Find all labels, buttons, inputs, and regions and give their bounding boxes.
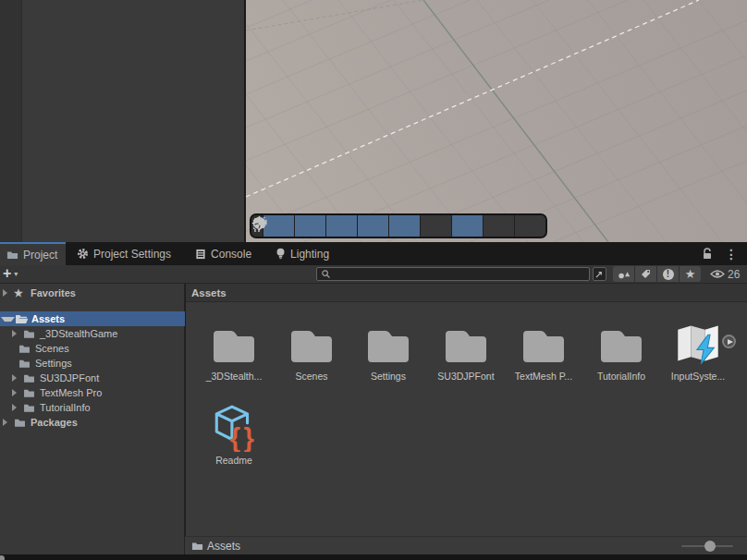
folder-icon — [6, 250, 18, 260]
scene-search-button[interactable] — [420, 215, 451, 237]
tree-item-tutorialinfo[interactable]: TutorialInfo — [0, 400, 185, 415]
foldout-arrow-icon[interactable] — [12, 389, 23, 396]
project-toolbar-row: + ▾ — [0, 265, 747, 284]
slider-knob[interactable] — [704, 541, 716, 552]
scene-visibility-button[interactable] — [388, 215, 420, 237]
left-gutter-panel — [0, 0, 22, 242]
tab-label: Lighting — [290, 248, 329, 261]
asset-item-readme[interactable]: { } Readme — [199, 401, 269, 466]
folder-icon — [599, 325, 643, 362]
foldout-arrow-icon[interactable] — [12, 374, 23, 382]
scene-grid — [246, 0, 747, 242]
tree-item-su3djpfont[interactable]: SU3DJPFont — [0, 371, 185, 385]
scene-lighting-button[interactable] — [357, 215, 388, 237]
asset-path-bar: Assets — [185, 536, 747, 554]
exclamation-icon: ! — [663, 269, 674, 280]
asset-grid[interactable]: _3DStealth... Scenes Settings SU3DJPFont — [186, 302, 747, 535]
console-icon — [195, 249, 206, 260]
open-in-window-icon — [595, 270, 604, 278]
scriptable-object-icon: { } — [212, 404, 256, 452]
search-by-type-button[interactable] — [613, 266, 635, 282]
search-filter-group: ! ★ — [613, 266, 701, 282]
foldout-arrow-icon[interactable] — [12, 330, 23, 337]
tab-bar-controls: ⋮ — [702, 242, 747, 265]
tree-item-favorites[interactable]: ★ Favorites — [0, 286, 185, 300]
search-field — [316, 267, 590, 281]
folder-icon — [444, 325, 488, 362]
plus-icon: + — [3, 265, 11, 282]
create-asset-button[interactable]: + ▾ — [3, 265, 18, 282]
play-arrow-icon — [728, 339, 733, 345]
lightbulb-icon — [276, 248, 286, 260]
scene-view-viewport[interactable] — [244, 0, 747, 242]
tree-item-textmesh-pro[interactable]: TextMesh Pro — [0, 385, 185, 400]
search-importance-button[interactable]: ! — [657, 266, 680, 282]
current-folder-header: Assets — [186, 284, 747, 302]
folder-icon — [191, 541, 203, 551]
folder-icon — [14, 418, 26, 427]
gear-icon — [77, 248, 89, 260]
asset-item-su3djpfont[interactable]: SU3DJPFont — [431, 317, 501, 382]
foldout-arrow-icon[interactable] — [12, 404, 23, 411]
move-tool-button[interactable] — [263, 215, 294, 237]
folder-icon — [23, 403, 35, 412]
tree-item-assets[interactable]: Assets — [0, 311, 185, 326]
unity-editor-window: Project Project Settings Console Lightin… — [0, 0, 747, 560]
asset-item-settings[interactable]: Settings — [353, 317, 423, 382]
tab-console[interactable]: Console — [195, 242, 251, 265]
tab-label: Project Settings — [93, 248, 171, 261]
asset-item-inputsystem[interactable]: InputSyste... — [663, 317, 733, 382]
hidden-items-count: 26 — [728, 268, 740, 281]
compass-icon — [251, 215, 267, 231]
tab-project-settings[interactable]: Project Settings — [77, 242, 171, 265]
foldout-arrow-icon[interactable] — [3, 419, 14, 426]
scene-view-toolbar — [250, 213, 547, 238]
folder-icon — [521, 325, 566, 362]
tree-item-3dstealthgame[interactable]: _3DStealthGame — [0, 326, 185, 341]
tag-icon — [640, 268, 652, 280]
thumbnail-size-slider[interactable] — [681, 537, 733, 555]
open-in-search-button[interactable] — [593, 267, 606, 281]
folder-icon — [23, 373, 35, 383]
tab-label: Console — [211, 248, 251, 261]
breadcrumb: Assets — [185, 540, 240, 553]
foldout-arrow-icon[interactable] — [1, 317, 15, 322]
tree-item-scenes[interactable]: Scenes — [0, 341, 185, 356]
input-actions-map-icon — [675, 323, 721, 364]
foldout-arrow-icon[interactable] — [3, 289, 14, 297]
search-icon — [321, 269, 331, 279]
search-by-label-button[interactable] — [635, 266, 657, 282]
navigation-compass-button[interactable] — [514, 215, 545, 237]
unlock-icon[interactable] — [702, 248, 713, 260]
kebab-menu-icon[interactable]: ⋮ — [725, 247, 738, 262]
tab-project[interactable]: Project — [0, 242, 66, 265]
project-search-input[interactable] — [331, 268, 589, 280]
tab-label: Project — [23, 249, 57, 262]
asset-item-tutorialinfo[interactable]: TutorialInfo — [586, 317, 656, 382]
asset-item-textmesh-pro[interactable]: TextMesh P... — [508, 317, 579, 382]
open-folder-icon — [15, 313, 29, 324]
breadcrumb-path: Assets — [207, 540, 240, 553]
tree-item-settings[interactable]: Settings — [0, 356, 185, 371]
scene-settings-button[interactable] — [294, 215, 325, 237]
asset-item-3dstealthgame[interactable]: _3DStealth... — [199, 317, 269, 382]
project-window-tab-bar: Project Project Settings Console Lightin… — [0, 242, 747, 265]
expand-subassets-button[interactable] — [722, 335, 736, 348]
svg-text:{: { — [230, 423, 240, 452]
center-view-button[interactable] — [451, 215, 483, 237]
star-icon: ★ — [14, 287, 23, 299]
folder-icon — [366, 325, 410, 362]
window-bottom-edge — [0, 554, 747, 560]
asset-grid-pane: Assets _3DStealth... Scenes Settings — [186, 284, 747, 536]
save-search-button[interactable]: ★ — [680, 266, 701, 282]
tab-lighting[interactable]: Lighting — [276, 242, 329, 265]
corner-artifact-dot — [0, 555, 5, 560]
camera-settings-button[interactable] — [483, 215, 514, 237]
caret-down-icon: ▾ — [14, 270, 18, 278]
grid-visibility-button[interactable] — [325, 215, 357, 237]
tree-item-packages[interactable]: Packages — [0, 415, 185, 430]
eye-icon — [710, 269, 725, 279]
asset-item-scenes[interactable]: Scenes — [276, 317, 347, 382]
hidden-items-toggle[interactable]: 26 — [710, 266, 740, 282]
folder-icon — [18, 359, 31, 368]
